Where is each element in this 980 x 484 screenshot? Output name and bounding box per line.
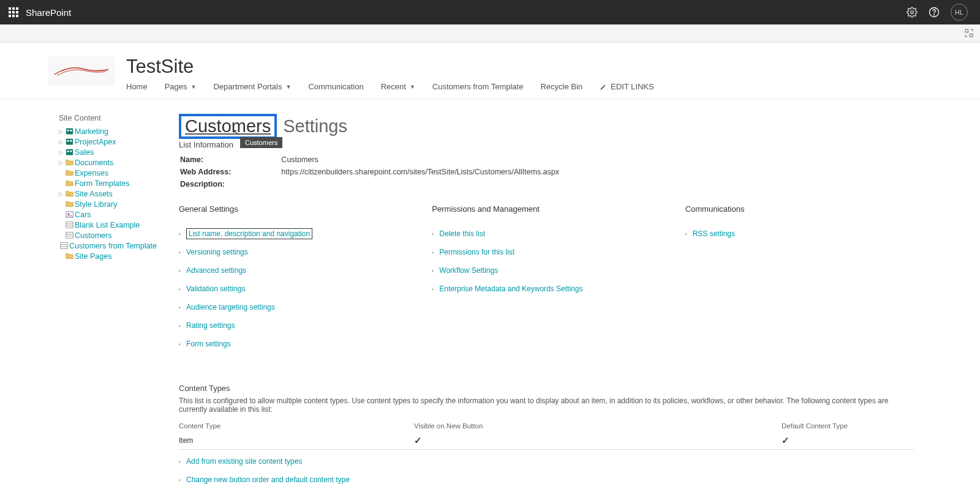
settings-link[interactable]: Rating settings bbox=[186, 321, 235, 330]
app-launcher-icon[interactable] bbox=[9, 7, 18, 17]
content-types-table: Content Type Visible on New Button Defau… bbox=[179, 422, 914, 450]
content-type-link[interactable]: Item bbox=[179, 436, 193, 445]
svg-rect-9 bbox=[67, 140, 69, 141]
list-info-header: List Information bbox=[179, 140, 914, 149]
tree-item[interactable]: Customers bbox=[59, 230, 156, 240]
tree-item[interactable]: Form Templates bbox=[59, 178, 156, 188]
chevron-down-icon: ▼ bbox=[285, 84, 291, 90]
site-icon bbox=[65, 148, 74, 157]
settings-link[interactable]: List name, description and navigation bbox=[186, 228, 312, 239]
info-description bbox=[281, 179, 559, 190]
site-icon bbox=[65, 138, 74, 146]
top-nav: Home Pages▼ Department Portals▼ Communic… bbox=[126, 82, 943, 91]
focus-content-icon[interactable] bbox=[964, 28, 974, 38]
check-icon: ✓ bbox=[414, 435, 422, 445]
piclib-icon bbox=[65, 210, 74, 219]
svg-point-0 bbox=[911, 11, 914, 14]
nav-department-portals[interactable]: Department Portals▼ bbox=[213, 82, 291, 91]
svg-point-15 bbox=[67, 214, 69, 215]
nav-pages[interactable]: Pages▼ bbox=[165, 82, 197, 91]
settings-link[interactable]: Advanced settings bbox=[186, 266, 246, 275]
tree-item[interactable]: Style Library bbox=[59, 199, 156, 209]
list-title-link[interactable]: Customers bbox=[185, 116, 271, 136]
settings-icon[interactable] bbox=[907, 7, 918, 18]
svg-rect-12 bbox=[67, 151, 69, 152]
user-avatar[interactable]: HL bbox=[951, 4, 968, 21]
list-icon bbox=[65, 221, 74, 229]
suite-app-name[interactable]: SharePoint bbox=[26, 7, 71, 18]
svg-rect-19 bbox=[66, 233, 72, 239]
main-content: Customers Settings ↖ Customers List Info… bbox=[179, 114, 914, 484]
tree-item[interactable]: Customers from Template bbox=[59, 240, 156, 251]
add-content-type-link[interactable]: Add from existing site content types bbox=[186, 457, 302, 466]
list-info-table: Name:Customers Web Address:https://citiz… bbox=[179, 153, 560, 191]
lib-icon bbox=[65, 190, 74, 198]
edit-links-button[interactable]: EDIT LINKS bbox=[600, 82, 654, 91]
settings-link[interactable]: Audience targeting settings bbox=[186, 303, 275, 311]
nav-recent[interactable]: Recent▼ bbox=[381, 82, 415, 91]
settings-link[interactable]: Permissions for this list bbox=[439, 248, 514, 256]
site-header: TestSite Home Pages▼ Department Portals▼… bbox=[0, 43, 980, 99]
lib-icon bbox=[65, 158, 74, 167]
content-type-row: Item ✓ ✓ bbox=[179, 432, 914, 450]
suite-bar: SharePoint HL bbox=[0, 0, 980, 24]
tree-item[interactable]: Expenses bbox=[59, 168, 156, 178]
svg-rect-3 bbox=[965, 29, 968, 32]
tree-item[interactable]: Blank List Example bbox=[59, 220, 156, 230]
permissions-group: Permissions and Management Delete this l… bbox=[432, 204, 660, 358]
chevron-down-icon: ▼ bbox=[191, 84, 197, 90]
tree-item[interactable]: ▷Marketing bbox=[59, 126, 156, 136]
lib-icon bbox=[65, 179, 74, 188]
nav-customers-template[interactable]: Customers from Template bbox=[432, 82, 524, 91]
list-icon bbox=[65, 231, 74, 240]
settings-link[interactable]: Enterprise Metadata and Keywords Setting… bbox=[439, 285, 582, 293]
pencil-icon bbox=[600, 83, 607, 91]
left-nav: Site Content ▷Marketing▷ProjectApex▷Sale… bbox=[59, 114, 156, 484]
settings-link[interactable]: Delete this list bbox=[439, 229, 485, 238]
settings-link[interactable]: Form settings bbox=[186, 340, 231, 348]
svg-rect-4 bbox=[970, 34, 973, 37]
site-title[interactable]: TestSite bbox=[126, 56, 943, 77]
svg-point-2 bbox=[934, 15, 935, 15]
settings-link[interactable]: Versioning settings bbox=[186, 248, 248, 256]
nav-home[interactable]: Home bbox=[126, 82, 148, 91]
info-web-address: https://citizenbuilders.sharepoint.com/s… bbox=[281, 166, 559, 177]
highlight-annotation: Customers bbox=[179, 114, 277, 139]
lib-icon bbox=[65, 200, 74, 209]
svg-rect-6 bbox=[67, 130, 69, 131]
site-logo[interactable] bbox=[48, 56, 115, 86]
tree-item[interactable]: ▷Sales bbox=[59, 147, 156, 157]
tree-item[interactable]: Site Pages bbox=[59, 251, 156, 261]
settings-link[interactable]: Workflow Settings bbox=[439, 266, 498, 275]
content-types-section: Content Types This list is configured to… bbox=[179, 384, 914, 484]
lib-icon bbox=[65, 252, 74, 261]
list-icon bbox=[60, 242, 68, 250]
tree-item[interactable]: Cars bbox=[59, 209, 156, 220]
settings-link[interactable]: Validation settings bbox=[186, 285, 246, 293]
svg-rect-22 bbox=[61, 243, 67, 249]
general-settings-group: General Settings List name, description … bbox=[179, 204, 407, 358]
site-icon bbox=[65, 127, 74, 136]
ribbon-area bbox=[0, 24, 980, 43]
change-button-order-link[interactable]: Change new button order and default cont… bbox=[186, 475, 350, 484]
svg-rect-7 bbox=[70, 130, 72, 131]
page-title: Customers Settings ↖ Customers bbox=[179, 114, 914, 139]
communications-group: Communications RSS settings bbox=[685, 204, 914, 358]
help-icon[interactable] bbox=[929, 7, 940, 18]
title-settings-text: Settings bbox=[283, 116, 347, 136]
chevron-down-icon: ▼ bbox=[410, 84, 415, 90]
tree-item[interactable]: ▷ProjectApex bbox=[59, 136, 156, 147]
settings-link[interactable]: RSS settings bbox=[693, 229, 735, 238]
svg-rect-13 bbox=[70, 151, 72, 152]
lib-icon bbox=[65, 169, 74, 177]
tree-item[interactable]: ▷Site Assets bbox=[59, 188, 156, 199]
tree-item[interactable]: ▷Documents bbox=[59, 157, 156, 168]
nav-recycle-bin[interactable]: Recycle Bin bbox=[540, 82, 582, 91]
nav-communication[interactable]: Communication bbox=[308, 82, 363, 91]
svg-rect-10 bbox=[70, 140, 72, 141]
left-nav-header: Site Content bbox=[59, 114, 156, 122]
tooltip: Customers bbox=[240, 137, 282, 148]
info-name-value: Customers bbox=[281, 154, 559, 165]
check-icon: ✓ bbox=[782, 435, 790, 445]
svg-rect-16 bbox=[66, 222, 72, 228]
